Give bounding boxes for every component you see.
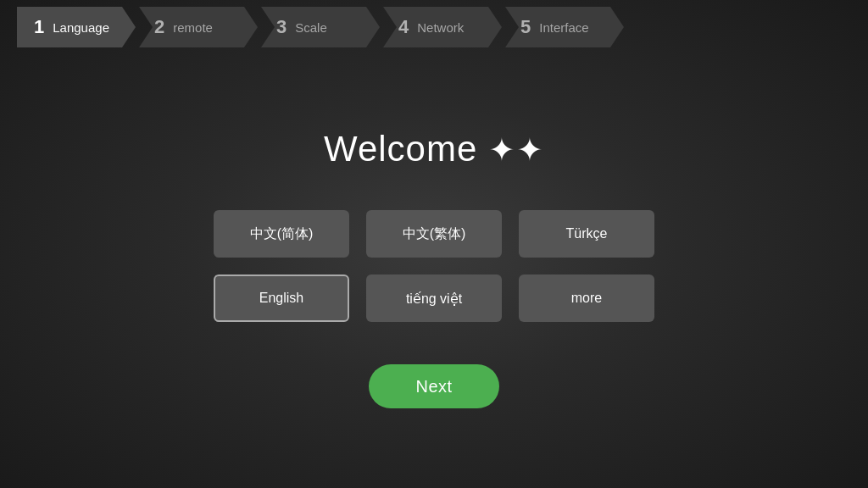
step-label-3: Network (417, 20, 464, 35)
step-remote[interactable]: 2remote (139, 7, 258, 47)
step-network[interactable]: 4Network (383, 7, 502, 47)
step-label-0: Language (53, 20, 109, 35)
step-number-4: 5 (520, 18, 531, 36)
step-number-2: 3 (276, 18, 287, 36)
main-content: Welcome ✦✦ 中文(简体)中文(繁体)TürkçeEnglishtiến… (0, 47, 868, 481)
lang-btn-tr[interactable]: Türkçe (519, 210, 654, 258)
step-number-0: 1 (34, 18, 44, 36)
step-number-1: 2 (154, 18, 164, 36)
lang-btn-vi[interactable]: tiếng việt (366, 274, 502, 322)
next-button[interactable]: Next (369, 364, 499, 408)
lang-btn-zh-hant[interactable]: 中文(繁体) (366, 210, 502, 258)
lang-btn-zh-hans[interactable]: 中文(简体) (214, 210, 349, 258)
stepper: 1Language2remote3Scale4Network5Interface (0, 0, 868, 47)
step-scale[interactable]: 3Scale (261, 7, 380, 47)
step-language[interactable]: 1Language (17, 7, 136, 47)
language-grid: 中文(简体)中文(繁体)TürkçeEnglishtiếng việtmore (214, 210, 654, 322)
lang-btn-more[interactable]: more (519, 274, 654, 322)
step-number-3: 4 (398, 18, 409, 36)
step-label-4: Interface (539, 20, 588, 35)
step-interface[interactable]: 5Interface (505, 7, 624, 47)
step-label-2: Scale (295, 20, 327, 35)
welcome-title: Welcome ✦✦ (324, 129, 544, 169)
lang-btn-en[interactable]: English (214, 274, 349, 322)
sparkle-icon: ✦✦ (488, 132, 544, 168)
step-label-1: remote (173, 20, 213, 35)
welcome-text: Welcome (324, 129, 477, 169)
